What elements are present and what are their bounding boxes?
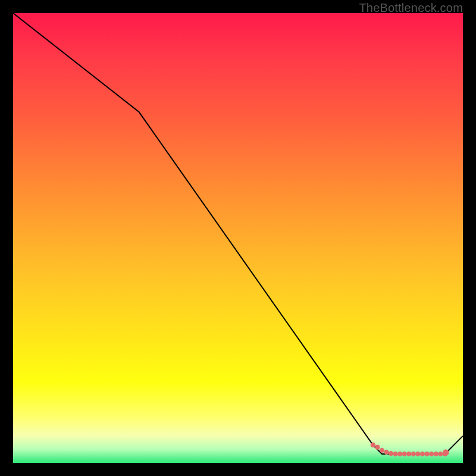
marker-dot <box>424 452 429 456</box>
marker-dot <box>402 452 407 456</box>
marker-dot <box>389 451 393 456</box>
marker-dot <box>375 444 380 449</box>
marker-dot <box>406 452 411 456</box>
marker-dot <box>371 443 375 447</box>
marker-dot <box>384 450 389 455</box>
marker-dot <box>397 452 402 456</box>
marker-dot <box>393 452 397 456</box>
chart-frame: TheBottleneck.com <box>0 0 476 476</box>
curve-line <box>13 13 463 454</box>
marker-dot <box>420 452 425 456</box>
marker-dot <box>411 452 416 456</box>
marker-dot <box>433 452 438 456</box>
marker-dot <box>415 452 420 456</box>
marker-dot <box>380 448 384 453</box>
marker-dot <box>443 449 449 456</box>
marker-dot <box>429 452 434 456</box>
chart-overlay <box>13 13 463 463</box>
marker-dot <box>438 452 443 456</box>
